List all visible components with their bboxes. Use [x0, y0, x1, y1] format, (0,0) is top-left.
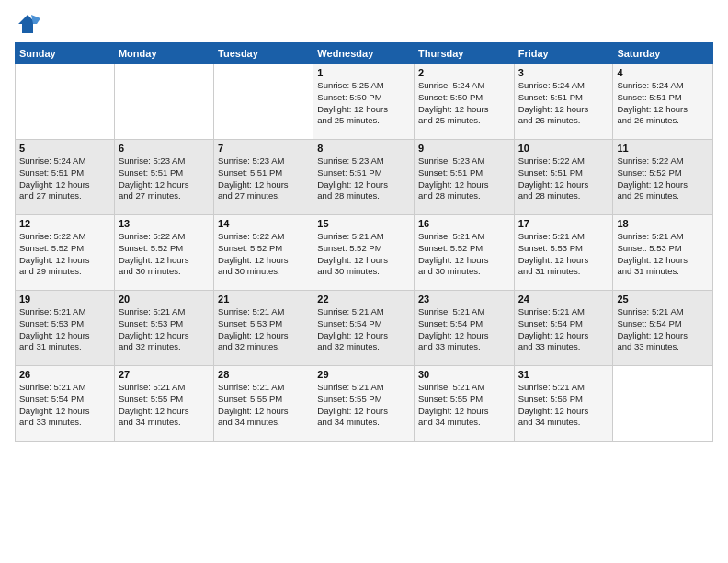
day-cell: 2Sunrise: 5:24 AMSunset: 5:50 PMDaylight…: [414, 64, 514, 140]
day-number: 29: [317, 369, 410, 380]
day-info: Sunrise: 5:24 AMSunset: 5:51 PMDaylight:…: [518, 80, 609, 127]
day-cell: 10Sunrise: 5:22 AMSunset: 5:51 PMDayligh…: [514, 140, 613, 215]
day-cell: 9Sunrise: 5:23 AMSunset: 5:51 PMDaylight…: [414, 140, 514, 215]
day-info: Sunrise: 5:21 AMSunset: 5:54 PMDaylight:…: [418, 306, 510, 353]
day-cell: 5Sunrise: 5:24 AMSunset: 5:51 PMDaylight…: [16, 140, 115, 215]
day-cell: 26Sunrise: 5:21 AMSunset: 5:54 PMDayligh…: [16, 366, 115, 442]
day-cell: 30Sunrise: 5:21 AMSunset: 5:55 PMDayligh…: [414, 366, 514, 442]
header-friday: Friday: [514, 43, 613, 64]
header-thursday: Thursday: [414, 43, 514, 64]
day-info: Sunrise: 5:24 AMSunset: 5:51 PMDaylight:…: [19, 155, 110, 202]
week-row-4: 19Sunrise: 5:21 AMSunset: 5:53 PMDayligh…: [16, 291, 713, 366]
week-row-3: 12Sunrise: 5:22 AMSunset: 5:52 PMDayligh…: [16, 215, 713, 291]
day-number: 8: [317, 143, 410, 154]
day-info: Sunrise: 5:22 AMSunset: 5:52 PMDaylight:…: [119, 231, 210, 278]
day-number: 25: [617, 293, 709, 304]
day-info: Sunrise: 5:21 AMSunset: 5:54 PMDaylight:…: [518, 306, 609, 353]
day-info: Sunrise: 5:21 AMSunset: 5:53 PMDaylight:…: [218, 306, 309, 353]
day-number: 14: [218, 218, 309, 229]
logo-icon: [15, 11, 40, 37]
day-number: 23: [418, 293, 510, 304]
day-info: Sunrise: 5:21 AMSunset: 5:53 PMDaylight:…: [518, 231, 609, 278]
day-cell: 7Sunrise: 5:23 AMSunset: 5:51 PMDaylight…: [214, 140, 313, 215]
logo: [15, 11, 44, 37]
day-cell: 11Sunrise: 5:22 AMSunset: 5:52 PMDayligh…: [613, 140, 713, 215]
day-number: 26: [19, 369, 110, 380]
day-number: 28: [218, 369, 309, 380]
day-cell: 16Sunrise: 5:21 AMSunset: 5:52 PMDayligh…: [414, 215, 514, 291]
day-number: 24: [518, 293, 609, 304]
day-cell: 28Sunrise: 5:21 AMSunset: 5:55 PMDayligh…: [214, 366, 313, 442]
day-cell: [214, 64, 313, 140]
header-saturday: Saturday: [613, 43, 713, 64]
day-info: Sunrise: 5:23 AMSunset: 5:51 PMDaylight:…: [218, 155, 309, 202]
calendar-header-row: SundayMondayTuesdayWednesdayThursdayFrid…: [16, 43, 713, 64]
day-number: 13: [119, 218, 210, 229]
day-info: Sunrise: 5:23 AMSunset: 5:51 PMDaylight:…: [418, 155, 510, 202]
day-cell: 13Sunrise: 5:22 AMSunset: 5:52 PMDayligh…: [114, 215, 213, 291]
day-cell: 1Sunrise: 5:25 AMSunset: 5:50 PMDaylight…: [313, 64, 415, 140]
day-number: 18: [617, 218, 709, 229]
day-number: 1: [317, 67, 410, 78]
day-info: Sunrise: 5:21 AMSunset: 5:54 PMDaylight:…: [617, 306, 709, 353]
header-monday: Monday: [114, 43, 213, 64]
header-tuesday: Tuesday: [214, 43, 313, 64]
day-info: Sunrise: 5:21 AMSunset: 5:55 PMDaylight:…: [418, 382, 510, 429]
day-info: Sunrise: 5:21 AMSunset: 5:54 PMDaylight:…: [19, 382, 110, 429]
day-info: Sunrise: 5:21 AMSunset: 5:55 PMDaylight:…: [317, 382, 410, 429]
day-cell: 31Sunrise: 5:21 AMSunset: 5:56 PMDayligh…: [514, 366, 613, 442]
day-number: 31: [518, 369, 609, 380]
day-number: 22: [317, 293, 410, 304]
day-cell: [613, 366, 713, 442]
day-info: Sunrise: 5:24 AMSunset: 5:50 PMDaylight:…: [418, 80, 510, 127]
day-cell: 19Sunrise: 5:21 AMSunset: 5:53 PMDayligh…: [16, 291, 115, 366]
day-info: Sunrise: 5:22 AMSunset: 5:51 PMDaylight:…: [518, 155, 609, 202]
day-cell: 4Sunrise: 5:24 AMSunset: 5:51 PMDaylight…: [613, 64, 713, 140]
day-cell: 15Sunrise: 5:21 AMSunset: 5:52 PMDayligh…: [313, 215, 415, 291]
day-number: 6: [119, 143, 210, 154]
day-info: Sunrise: 5:21 AMSunset: 5:54 PMDaylight:…: [317, 306, 410, 353]
day-number: 15: [317, 218, 410, 229]
day-cell: 18Sunrise: 5:21 AMSunset: 5:53 PMDayligh…: [613, 215, 713, 291]
day-info: Sunrise: 5:21 AMSunset: 5:53 PMDaylight:…: [119, 306, 210, 353]
day-cell: 8Sunrise: 5:23 AMSunset: 5:51 PMDaylight…: [313, 140, 415, 215]
day-cell: 14Sunrise: 5:22 AMSunset: 5:52 PMDayligh…: [214, 215, 313, 291]
day-number: 11: [617, 143, 709, 154]
day-cell: 22Sunrise: 5:21 AMSunset: 5:54 PMDayligh…: [313, 291, 415, 366]
day-info: Sunrise: 5:24 AMSunset: 5:51 PMDaylight:…: [617, 80, 709, 127]
calendar: SundayMondayTuesdayWednesdayThursdayFrid…: [15, 42, 713, 442]
day-number: 12: [19, 218, 110, 229]
day-number: 21: [218, 293, 309, 304]
day-number: 9: [418, 143, 510, 154]
header: [15, 11, 713, 37]
day-cell: [114, 64, 213, 140]
day-cell: 12Sunrise: 5:22 AMSunset: 5:52 PMDayligh…: [16, 215, 115, 291]
day-number: 7: [218, 143, 309, 154]
day-cell: 24Sunrise: 5:21 AMSunset: 5:54 PMDayligh…: [514, 291, 613, 366]
day-cell: 29Sunrise: 5:21 AMSunset: 5:55 PMDayligh…: [313, 366, 415, 442]
day-info: Sunrise: 5:21 AMSunset: 5:55 PMDaylight:…: [218, 382, 309, 429]
day-cell: 27Sunrise: 5:21 AMSunset: 5:55 PMDayligh…: [114, 366, 213, 442]
day-number: 3: [518, 67, 609, 78]
day-info: Sunrise: 5:25 AMSunset: 5:50 PMDaylight:…: [317, 80, 410, 127]
day-number: 17: [518, 218, 609, 229]
day-cell: 17Sunrise: 5:21 AMSunset: 5:53 PMDayligh…: [514, 215, 613, 291]
week-row-2: 5Sunrise: 5:24 AMSunset: 5:51 PMDaylight…: [16, 140, 713, 215]
day-cell: 3Sunrise: 5:24 AMSunset: 5:51 PMDaylight…: [514, 64, 613, 140]
day-cell: 25Sunrise: 5:21 AMSunset: 5:54 PMDayligh…: [613, 291, 713, 366]
day-info: Sunrise: 5:21 AMSunset: 5:52 PMDaylight:…: [317, 231, 410, 278]
day-info: Sunrise: 5:21 AMSunset: 5:53 PMDaylight:…: [617, 231, 709, 278]
day-info: Sunrise: 5:21 AMSunset: 5:55 PMDaylight:…: [119, 382, 210, 429]
day-number: 2: [418, 67, 510, 78]
day-info: Sunrise: 5:22 AMSunset: 5:52 PMDaylight:…: [218, 231, 309, 278]
day-info: Sunrise: 5:21 AMSunset: 5:52 PMDaylight:…: [418, 231, 510, 278]
day-number: 20: [119, 293, 210, 304]
day-cell: [16, 64, 115, 140]
day-cell: 21Sunrise: 5:21 AMSunset: 5:53 PMDayligh…: [214, 291, 313, 366]
day-number: 4: [617, 67, 709, 78]
day-number: 19: [19, 293, 110, 304]
week-row-5: 26Sunrise: 5:21 AMSunset: 5:54 PMDayligh…: [16, 366, 713, 442]
day-info: Sunrise: 5:21 AMSunset: 5:56 PMDaylight:…: [518, 382, 609, 429]
day-info: Sunrise: 5:21 AMSunset: 5:53 PMDaylight:…: [19, 306, 110, 353]
header-sunday: Sunday: [16, 43, 115, 64]
